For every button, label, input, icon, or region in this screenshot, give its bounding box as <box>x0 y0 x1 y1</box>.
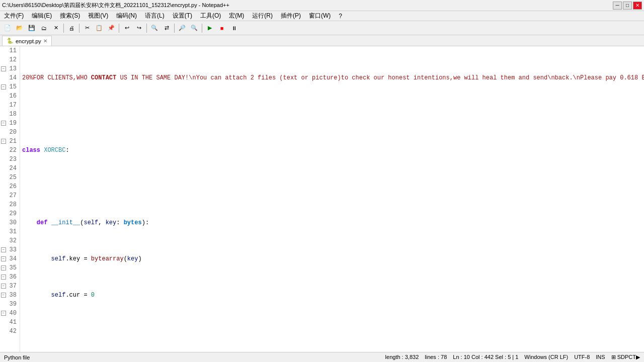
toolbar-sep-3 <box>119 24 119 33</box>
toolbar-sep-5 <box>174 24 175 33</box>
code-line-11: 20%FOR CLIENTS,WHO CONTACT US IN THE SAM… <box>22 73 642 82</box>
line-num-20: 20 <box>0 128 20 137</box>
close-file-button[interactable]: ✕ <box>50 23 61 34</box>
menu-language[interactable]: 语言(L) <box>143 11 167 21</box>
save-button[interactable]: 💾 <box>26 23 37 34</box>
status-length: length : 3,832 <box>385 354 419 360</box>
menu-run[interactable]: 运行(R) <box>250 11 275 21</box>
line-num-11: 11 <box>0 46 20 55</box>
run-button[interactable]: ▶ <box>204 23 215 34</box>
fold-40[interactable]: − <box>1 311 6 316</box>
line-num-33: − 33 <box>0 245 20 254</box>
fold-15[interactable]: − <box>1 84 6 89</box>
line-num-12: 12 <box>0 55 20 64</box>
line-num-34: − 34 <box>0 254 20 263</box>
code-line-13: class XORCBC: <box>22 146 642 155</box>
cut-button[interactable]: ✂ <box>82 23 93 34</box>
status-position: Ln : 10 Col : 442 Sel : 5 | 1 <box>453 354 518 360</box>
close-button[interactable]: ✕ <box>633 2 642 10</box>
menu-window[interactable]: 窗口(W) <box>307 11 333 21</box>
stop-button[interactable]: ■ <box>216 23 227 34</box>
fold-38[interactable]: − <box>1 293 6 298</box>
debug-button[interactable]: ⏸ <box>228 23 239 34</box>
menu-edit[interactable]: 编辑(E) <box>30 11 54 21</box>
menu-encode[interactable]: 编码(N) <box>114 11 139 21</box>
tab-encrypt-py[interactable]: 🐍 encrypt.py ✕ <box>2 36 52 46</box>
code-line-17: self.cur = 0 <box>22 291 642 300</box>
fold-21[interactable]: − <box>1 139 6 144</box>
line-num-37: − 37 <box>0 282 20 291</box>
line-num-21: − 21 <box>0 137 20 146</box>
restore-button[interactable]: □ <box>623 2 632 10</box>
print-button[interactable]: 🖨 <box>66 23 77 34</box>
line-num-25: 25 <box>0 173 20 182</box>
status-extra: ⊞ SDPCT▶ <box>611 354 640 360</box>
menu-tools[interactable]: 工具(O) <box>198 11 223 21</box>
status-encoding: UTF-8 <box>574 354 590 360</box>
open-button[interactable]: 📂 <box>14 23 25 34</box>
save-all-button[interactable]: 🗂 <box>38 23 49 34</box>
fold-13[interactable]: − <box>1 66 6 71</box>
line-num-28: 28 <box>0 200 20 209</box>
paste-button[interactable]: 📌 <box>106 23 117 34</box>
line-num-31: 31 <box>0 227 20 236</box>
line-num-40: − 40 <box>0 309 20 318</box>
code-content[interactable]: 20%FOR CLIENTS,WHO CONTACT US IN THE SAM… <box>20 46 644 352</box>
line-num-17: 17 <box>0 101 20 110</box>
status-ins: INS <box>596 354 605 360</box>
line-num-30: 30 <box>0 218 20 227</box>
line-num-32: 32 <box>0 236 20 245</box>
zoom-out-button[interactable]: 🔍 <box>189 23 200 34</box>
line-num-15: − 15 <box>0 82 20 92</box>
status-bar: Python file length : 3,832 lines : 78 Ln… <box>0 352 644 362</box>
fold-34[interactable]: − <box>1 256 6 261</box>
zoom-in-button[interactable]: 🔎 <box>177 23 188 34</box>
line-num-36: − 36 <box>0 273 20 282</box>
tab-label: encrypt.py <box>16 38 41 44</box>
replace-button[interactable]: ⇄ <box>161 23 172 34</box>
undo-button[interactable]: ↩ <box>121 23 132 34</box>
menu-help[interactable]: ? <box>337 12 344 20</box>
menu-search[interactable]: 搜索(S) <box>58 11 82 21</box>
status-right: length : 3,832 lines : 78 Ln : 10 Col : … <box>385 354 640 360</box>
toolbar: 📄 📂 💾 🗂 ✕ 🖨 ✂ 📋 📌 ↩ ↪ 🔍 ⇄ 🔎 🔍 ▶ ■ ⏸ <box>0 21 644 35</box>
line-num-42: 42 <box>0 327 20 336</box>
code-area: 11 12 − 13 14 − 15 16 17 18 − 19 20 − 21… <box>0 46 644 352</box>
copy-button[interactable]: 📋 <box>94 23 105 34</box>
line-num-35: − 35 <box>0 263 20 273</box>
code-line-12 <box>22 110 642 119</box>
line-num-13: − 13 <box>0 64 20 73</box>
fold-19[interactable]: − <box>1 121 6 126</box>
menu-macro[interactable]: 宏(M) <box>227 11 246 21</box>
line-num-16: 16 <box>0 92 20 101</box>
menu-plugins[interactable]: 插件(P) <box>279 11 303 21</box>
line-numbers: 11 12 − 13 14 − 15 16 17 18 − 19 20 − 21… <box>0 46 20 352</box>
line-num-29: 29 <box>0 209 20 218</box>
status-line-ending: Windows (CR LF) <box>524 354 568 360</box>
title-bar-title: C:\Users\86150\Desktop\第四届长安杯\文件文档_20221… <box>2 2 229 9</box>
minimize-button[interactable]: ─ <box>613 2 622 10</box>
menu-settings[interactable]: 设置(T) <box>171 11 194 21</box>
new-button[interactable]: 📄 <box>2 23 13 34</box>
status-lines: lines : 78 <box>425 354 447 360</box>
tab-close-icon[interactable]: ✕ <box>43 38 47 44</box>
find-button[interactable]: 🔍 <box>149 23 160 34</box>
code-line-14 <box>22 182 642 191</box>
line-num-41: 41 <box>0 318 20 327</box>
code-line-16: self.key = bytearray(key) <box>22 254 642 263</box>
title-bar-controls: ─ □ ✕ <box>613 2 642 10</box>
fold-33[interactable]: − <box>1 247 6 252</box>
line-num-38: − 38 <box>0 291 20 300</box>
fold-37[interactable]: − <box>1 284 6 289</box>
redo-button[interactable]: ↪ <box>133 23 144 34</box>
menu-file[interactable]: 文件(F) <box>2 11 26 21</box>
code-line-18 <box>22 327 642 336</box>
toolbar-sep-1 <box>63 24 64 33</box>
status-file-type: Python file <box>4 354 30 360</box>
fold-36[interactable]: − <box>1 275 6 280</box>
menu-view[interactable]: 视图(V) <box>86 11 110 21</box>
fold-35[interactable]: − <box>1 265 6 270</box>
line-num-39: 39 <box>0 300 20 309</box>
menu-bar: 文件(F) 编辑(E) 搜索(S) 视图(V) 编码(N) 语言(L) 设置(T… <box>0 11 644 21</box>
line-num-24: 24 <box>0 164 20 173</box>
